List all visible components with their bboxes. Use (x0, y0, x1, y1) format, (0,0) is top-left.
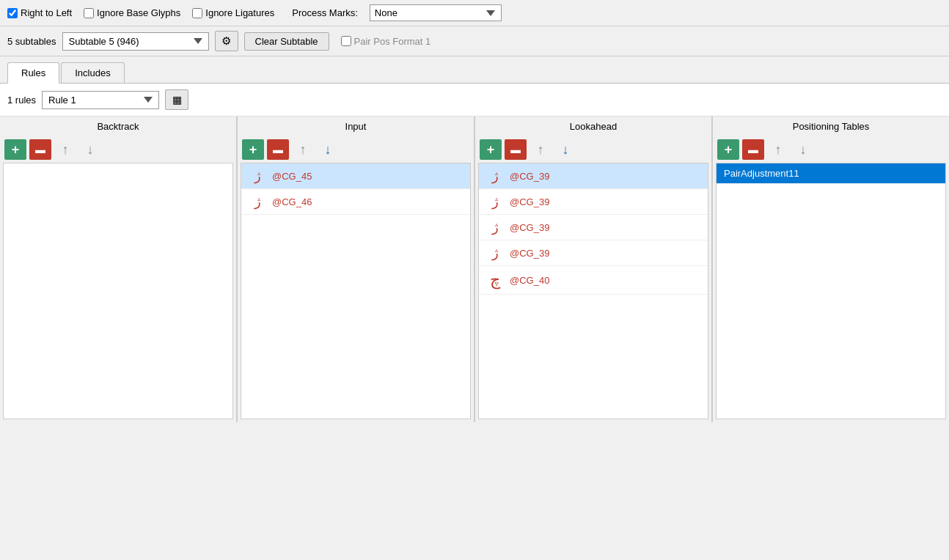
down-arrow-icon: ↓ (87, 142, 94, 158)
clear-subtable-button[interactable]: Clear Subtable (244, 32, 329, 51)
positioning-column: Positioning Tables + ▬ ↑ ↓ PairAdjustmen… (713, 117, 949, 422)
lookahead-glyph-3: ژ (486, 219, 504, 235)
lookahead-glyph-5: چ (486, 270, 504, 290)
lookahead-glyph-2: ژ (486, 194, 504, 210)
input-up-button[interactable]: ↑ (292, 139, 314, 160)
up-arrow-icon: ↑ (538, 142, 544, 158)
positioning-remove-button[interactable]: ▬ (742, 139, 764, 160)
lookahead-item-1[interactable]: ژ @CG_39 (479, 163, 708, 189)
lookahead-add-button[interactable]: + (480, 139, 502, 160)
table-icon-button[interactable]: ▦ (165, 89, 188, 110)
lookahead-item-5[interactable]: چ @CG_40 (479, 266, 708, 295)
plus-icon: + (487, 142, 495, 158)
positioning-buttons: + ▬ ↑ ↓ (713, 136, 949, 163)
pair-pos-format-label[interactable]: Pair Pos Format 1 (341, 36, 431, 47)
top-bar: Right to Left Ignore Base Glyphs Ignore … (0, 0, 949, 26)
minus-icon: ▬ (273, 144, 283, 155)
input-remove-button[interactable]: ▬ (267, 139, 289, 160)
down-arrow-icon: ↓ (800, 142, 807, 158)
tabs-bar: Rules Includes (0, 56, 949, 84)
lookahead-label-2: @CG_39 (510, 196, 549, 207)
right-to-left-label: Right to Left (21, 7, 72, 18)
input-glyph-2: ژ (249, 194, 266, 210)
process-marks-select[interactable]: None All Mark Class (370, 4, 502, 21)
positioning-down-button[interactable]: ↓ (792, 139, 814, 160)
positioning-label-1: PairAdjustment11 (724, 168, 799, 179)
input-header: Input (238, 117, 474, 136)
input-column: Input + ▬ ↑ ↓ ژ @CG_45 (238, 117, 474, 422)
input-down-button[interactable]: ↓ (317, 139, 339, 160)
lookahead-item-2[interactable]: ژ @CG_39 (479, 189, 708, 215)
subtable-bar: 5 subtables Subtable 5 (946) ⚙ Clear Sub… (0, 26, 949, 56)
lookahead-label-1: @CG_39 (510, 171, 549, 182)
lookahead-header: Lookahead (475, 117, 711, 136)
subtable-count: 5 subtables (7, 36, 56, 47)
ignore-base-glyphs-checkbox-label[interactable]: Ignore Base Glyphs (84, 7, 180, 18)
plus-icon: + (725, 142, 733, 158)
tab-rules-label: Rules (21, 67, 45, 78)
positioning-list: PairAdjustment11 (716, 163, 946, 419)
ignore-base-glyphs-checkbox[interactable] (84, 8, 94, 18)
input-item-1[interactable]: ژ @CG_45 (241, 163, 470, 189)
main-window: Right to Left Ignore Base Glyphs Ignore … (0, 0, 949, 422)
lookahead-down-button[interactable]: ↓ (554, 139, 576, 160)
lookahead-list: ژ @CG_39 ژ @CG_39 ژ @CG_39 ژ @CG_39 چ (478, 163, 708, 419)
plus-icon: + (12, 142, 20, 158)
lookahead-label-4: @CG_39 (510, 248, 549, 259)
backtrack-list (3, 163, 233, 419)
positioning-add-button[interactable]: + (717, 139, 739, 160)
lookahead-label-3: @CG_39 (510, 222, 549, 233)
subtable-select[interactable]: Subtable 5 (946) (62, 32, 209, 51)
ignore-ligatures-checkbox[interactable] (192, 8, 202, 18)
lookahead-glyph-4: ژ (486, 245, 504, 261)
up-arrow-icon: ↑ (62, 142, 69, 158)
minus-icon: ▬ (748, 144, 758, 155)
ignore-base-glyphs-label: Ignore Base Glyphs (97, 7, 180, 18)
ignore-ligatures-checkbox-label[interactable]: Ignore Ligatures (192, 7, 274, 18)
minus-icon: ▬ (35, 144, 45, 155)
positioning-item-1[interactable]: PairAdjustment11 (717, 163, 945, 184)
backtrack-header: Backtrack (0, 117, 236, 136)
up-arrow-icon: ↑ (775, 142, 782, 158)
tab-includes[interactable]: Includes (61, 62, 124, 83)
gear-icon: ⚙ (221, 34, 231, 48)
lookahead-label-5: @CG_40 (510, 275, 549, 286)
right-to-left-checkbox[interactable] (7, 8, 18, 18)
backtrack-up-button[interactable]: ↑ (54, 139, 76, 160)
pair-pos-format-checkbox[interactable] (341, 36, 351, 46)
backtrack-column: Backtrack + ▬ ↑ ↓ (0, 117, 236, 422)
backtrack-remove-button[interactable]: ▬ (29, 139, 51, 160)
lookahead-remove-button[interactable]: ▬ (505, 139, 527, 160)
minus-icon: ▬ (510, 144, 521, 155)
positioning-up-button[interactable]: ↑ (767, 139, 789, 160)
rules-bar: 1 rules Rule 1 ▦ (0, 84, 949, 117)
input-add-button[interactable]: + (242, 139, 264, 160)
input-glyph-1: ژ (249, 168, 266, 184)
input-item-2[interactable]: ژ @CG_46 (241, 189, 470, 215)
rules-count: 1 rules (7, 95, 36, 106)
up-arrow-icon: ↑ (300, 142, 307, 158)
lookahead-up-button[interactable]: ↑ (530, 139, 552, 160)
subtable-gear-button[interactable]: ⚙ (215, 31, 238, 51)
input-buttons: + ▬ ↑ ↓ (238, 136, 474, 163)
right-to-left-checkbox-label[interactable]: Right to Left (7, 7, 72, 18)
tab-rules[interactable]: Rules (7, 62, 59, 84)
input-label-1: @CG_45 (272, 171, 312, 182)
lookahead-item-3[interactable]: ژ @CG_39 (479, 215, 708, 240)
input-label-2: @CG_46 (272, 196, 312, 207)
backtrack-buttons: + ▬ ↑ ↓ (0, 136, 236, 163)
positioning-header: Positioning Tables (713, 117, 949, 136)
ignore-ligatures-label: Ignore Ligatures (205, 7, 274, 18)
table-icon: ▦ (172, 94, 182, 106)
lookahead-buttons: + ▬ ↑ ↓ (475, 136, 711, 163)
tab-includes-label: Includes (75, 67, 110, 78)
input-list: ژ @CG_45 ژ @CG_46 (241, 163, 471, 419)
process-marks-label: Process Marks: (292, 7, 358, 18)
backtrack-down-button[interactable]: ↓ (79, 139, 101, 160)
plus-icon: + (249, 142, 257, 158)
down-arrow-icon: ↓ (563, 142, 569, 158)
rule-select[interactable]: Rule 1 (42, 91, 159, 109)
backtrack-add-button[interactable]: + (4, 139, 26, 160)
content-area: Backtrack + ▬ ↑ ↓ Input (0, 117, 949, 422)
lookahead-item-4[interactable]: ژ @CG_39 (479, 240, 708, 266)
